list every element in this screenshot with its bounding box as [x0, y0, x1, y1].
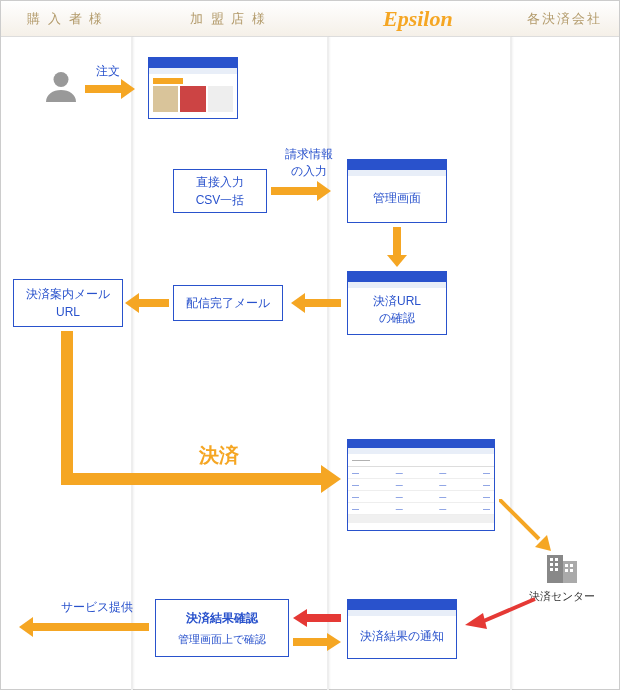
svg-rect-20 — [550, 563, 553, 566]
col-purchaser-label: 購 入 者 様 — [27, 10, 104, 28]
svg-rect-1 — [85, 85, 121, 93]
col-merchant-label: 加 盟 店 様 — [190, 10, 267, 28]
col-epsilon-label: Epsilon — [383, 6, 453, 32]
billing-input-label: 請求情報 の入力 — [285, 146, 333, 180]
result-notify-label: 決済結果の通知 — [348, 616, 456, 656]
arrow-order — [85, 79, 135, 99]
arrow-red-1 — [461, 595, 539, 631]
arrow-red-2 — [293, 609, 341, 627]
admin-window: 管理画面 — [347, 159, 447, 223]
col-purchaser: 購 入 者 様 — [1, 1, 131, 36]
settlement-url-label: 決済URL の確認 — [348, 288, 446, 332]
svg-marker-6 — [387, 255, 407, 267]
box-result-confirm: 決済結果確認 管理画面上で確認 — [155, 599, 289, 657]
arrow-billing — [271, 181, 331, 201]
svg-marker-4 — [317, 181, 331, 201]
arrow-service — [19, 617, 149, 637]
payment-list-window: ——— ———— ———— ———— ———— — [347, 439, 495, 531]
result-notify-window: 決済結果の通知 — [347, 599, 457, 659]
arrow-left-1 — [291, 293, 341, 313]
header: 購 入 者 様 加 盟 店 様 Epsilon 各決済会社 — [1, 1, 619, 37]
arrow-to-center — [499, 499, 555, 555]
svg-rect-26 — [565, 569, 568, 572]
box-delivery-done: 配信完了メール — [173, 285, 283, 321]
col-epsilon: Epsilon — [326, 1, 509, 36]
svg-rect-27 — [570, 569, 573, 572]
svg-rect-5 — [393, 227, 401, 255]
svg-line-28 — [479, 599, 535, 623]
person-icon — [43, 69, 79, 105]
flow-diagram: 購 入 者 様 加 盟 店 様 Epsilon 各決済会社 注文 直接入力 CS… — [0, 0, 620, 690]
box-guide-mail: 決済案内メール URL — [13, 279, 123, 327]
svg-marker-34 — [19, 617, 33, 637]
result-confirm-sub: 管理画面上で確認 — [178, 631, 266, 648]
svg-rect-11 — [61, 331, 73, 485]
svg-rect-24 — [565, 564, 568, 567]
building-icon — [545, 549, 581, 585]
svg-line-14 — [499, 499, 539, 539]
svg-rect-18 — [550, 558, 553, 561]
svg-point-0 — [54, 72, 69, 87]
result-confirm-title: 決済結果確認 — [186, 609, 258, 627]
col-settlement-co-label: 各決済会社 — [527, 10, 602, 28]
svg-rect-10 — [139, 299, 169, 307]
settlement-url-window: 決済URL の確認 — [347, 271, 447, 335]
svg-rect-12 — [61, 473, 321, 485]
col-merchant: 加 盟 店 様 — [131, 1, 327, 36]
svg-marker-9 — [125, 293, 139, 313]
svg-rect-35 — [33, 623, 149, 631]
arrow-down-1 — [387, 227, 407, 267]
svg-marker-2 — [121, 79, 135, 99]
arrow-settlement — [61, 331, 341, 497]
admin-window-label: 管理画面 — [348, 176, 446, 220]
service-provide-label: サービス提供 — [61, 599, 133, 616]
arrow-orange-return — [293, 633, 341, 651]
box-direct-csv: 直接入力 CSV一括 — [173, 169, 267, 213]
svg-marker-30 — [293, 609, 307, 627]
svg-marker-33 — [327, 633, 341, 651]
col-line-3 — [510, 37, 512, 690]
svg-rect-23 — [555, 568, 558, 571]
order-label: 注文 — [96, 63, 120, 80]
svg-rect-32 — [293, 638, 327, 646]
arrow-left-2 — [125, 293, 169, 313]
svg-rect-3 — [271, 187, 317, 195]
svg-marker-29 — [465, 613, 487, 629]
svg-rect-25 — [570, 564, 573, 567]
svg-rect-19 — [555, 558, 558, 561]
svg-rect-31 — [307, 614, 341, 622]
svg-rect-22 — [550, 568, 553, 571]
store-window — [148, 57, 238, 119]
col-settlement-co: 各決済会社 — [509, 1, 619, 36]
svg-rect-8 — [305, 299, 341, 307]
svg-marker-7 — [291, 293, 305, 313]
svg-rect-21 — [555, 563, 558, 566]
svg-marker-13 — [321, 465, 341, 493]
